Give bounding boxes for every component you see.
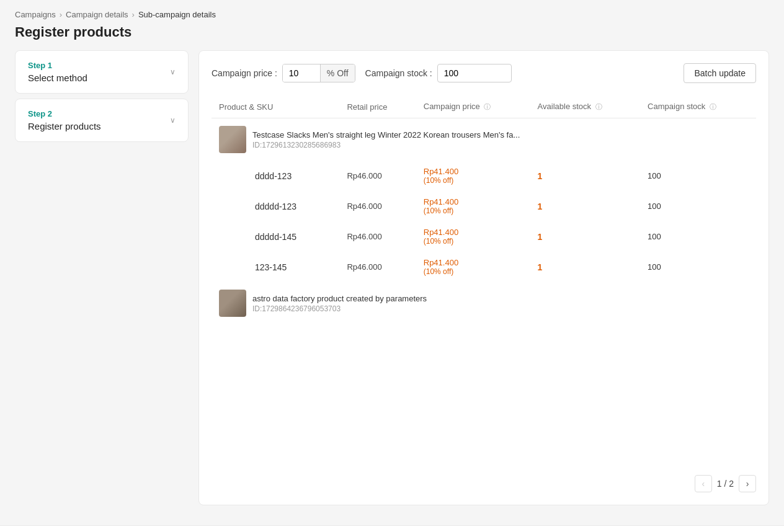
campaign-price-value: Rp41.400 <box>424 228 523 237</box>
sku-cell: 123-145 <box>212 252 339 282</box>
product-name: astro data factory product created by pa… <box>252 294 427 303</box>
breadcrumb-current: Sub-campaign details <box>138 10 216 19</box>
available-stock-value: 1 <box>538 262 543 272</box>
step1-chevron-icon: ∨ <box>170 68 176 76</box>
campaign-stock-cell: 100 <box>640 252 756 282</box>
product-info: astro data factory product created by pa… <box>219 290 749 317</box>
col-available-stock: Available stock ⓘ <box>530 95 641 118</box>
page-title: Register products <box>0 22 784 50</box>
campaign-stock-cell: 100 <box>640 191 756 221</box>
campaign-stock-help-icon: ⓘ <box>710 103 716 110</box>
sku-cell: ddddd-123 <box>212 191 339 221</box>
step2-chevron-icon: ∨ <box>170 116 176 125</box>
table-row: astro data factory product created by pa… <box>212 282 756 324</box>
step2-label: Step 2 <box>28 109 101 118</box>
list-item: ddddd-145 Rp46.000 Rp41.400 (10% off) 1 … <box>212 221 756 252</box>
main-content: Campaign price : % Off Campaign stock : … <box>198 50 769 505</box>
batch-update-button[interactable]: Batch update <box>684 63 756 83</box>
col-campaign-stock: Campaign stock ⓘ <box>640 95 756 118</box>
available-stock-value: 1 <box>538 232 543 242</box>
off-label: (10% off) <box>424 206 523 215</box>
list-item: 123-145 Rp46.000 Rp41.400 (10% off) 1 10… <box>212 252 756 282</box>
campaign-price-help-icon: ⓘ <box>484 103 491 110</box>
campaign-price-label: Campaign price : <box>212 68 277 78</box>
step1-label: Step 1 <box>28 61 87 70</box>
campaign-stock-label: Campaign stock : <box>365 68 432 78</box>
campaign-stock-group: Campaign stock : <box>365 64 512 82</box>
available-stock-cell: 1 <box>530 221 641 252</box>
campaign-stock-input[interactable] <box>437 64 512 82</box>
available-stock-cell: 1 <box>530 191 641 221</box>
sku-value: dddd-123 <box>255 171 292 181</box>
breadcrumb-campaigns[interactable]: Campaigns <box>15 10 56 19</box>
campaign-price-cell: Rp41.400 (10% off) <box>416 191 530 221</box>
campaign-price-value: Rp41.400 <box>424 197 523 206</box>
campaign-price-cell: Rp41.400 (10% off) <box>416 252 530 282</box>
available-stock-help-icon: ⓘ <box>595 103 602 110</box>
sku-value: ddddd-145 <box>255 232 296 242</box>
next-page-button[interactable]: › <box>739 475 756 492</box>
step1-card[interactable]: Step 1 Select method ∨ <box>15 50 189 94</box>
campaign-price-cell: Rp41.400 (10% off) <box>416 221 530 252</box>
campaign-price-value: Rp41.400 <box>424 258 523 267</box>
sku-cell: dddd-123 <box>212 161 339 191</box>
campaign-stock-cell: 100 <box>640 221 756 252</box>
sku-cell: ddddd-145 <box>212 221 339 252</box>
sidebar: Step 1 Select method ∨ Step 2 Register p… <box>15 50 189 505</box>
pagination-info: 1 / 2 <box>717 479 734 489</box>
retail-price-cell: Rp46.000 <box>339 191 416 221</box>
available-stock-value: 1 <box>538 202 543 211</box>
campaign-price-cell: Rp41.400 (10% off) <box>416 161 530 191</box>
campaign-price-input-wrapper: % Off <box>282 64 355 82</box>
breadcrumb: Campaigns › Campaign details › Sub-campa… <box>0 0 784 22</box>
step2-card[interactable]: Step 2 Register products ∨ <box>15 99 189 142</box>
available-stock-value: 1 <box>538 171 543 181</box>
product-thumbnail <box>219 126 246 153</box>
breadcrumb-campaign-details[interactable]: Campaign details <box>66 10 128 19</box>
product-thumbnail <box>219 290 246 317</box>
product-info: Testcase Slacks Men's straight leg Winte… <box>219 126 749 153</box>
campaign-price-value: Rp41.400 <box>424 167 523 176</box>
table-row: Testcase Slacks Men's straight leg Winte… <box>212 118 756 161</box>
col-product-sku: Product & SKU <box>212 95 339 118</box>
retail-price-cell: Rp46.000 <box>339 221 416 252</box>
list-item: ddddd-123 Rp46.000 Rp41.400 (10% off) 1 … <box>212 191 756 221</box>
campaign-stock-cell: 100 <box>640 161 756 191</box>
list-item: dddd-123 Rp46.000 Rp41.400 (10% off) 1 1… <box>212 161 756 191</box>
campaign-price-suffix: % Off <box>320 64 355 82</box>
campaign-price-input[interactable] <box>283 64 320 82</box>
retail-price-cell: Rp46.000 <box>339 252 416 282</box>
prev-page-button[interactable]: ‹ <box>695 475 712 492</box>
available-stock-cell: 1 <box>530 252 641 282</box>
campaign-price-group: Campaign price : % Off <box>212 64 355 82</box>
off-label: (10% off) <box>424 267 523 276</box>
available-stock-cell: 1 <box>530 161 641 191</box>
off-label: (10% off) <box>424 176 523 185</box>
step1-title: Select method <box>28 73 87 83</box>
step2-title: Register products <box>28 121 101 131</box>
footer: ‹ Back Discard Submit <box>0 525 784 532</box>
pagination: ‹ 1 / 2 › <box>212 475 756 492</box>
off-label: (10% off) <box>424 237 523 246</box>
sku-value: ddddd-123 <box>255 202 296 211</box>
product-name: Testcase Slacks Men's straight leg Winte… <box>252 130 520 140</box>
products-table-container: Product & SKU Retail price Campaign pric… <box>212 95 756 463</box>
top-bar: Campaign price : % Off Campaign stock : … <box>212 63 756 83</box>
col-retail-price: Retail price <box>339 95 416 118</box>
product-id: ID:1729613230285686983 <box>252 141 520 149</box>
retail-price-cell: Rp46.000 <box>339 161 416 191</box>
main-layout: Step 1 Select method ∨ Step 2 Register p… <box>0 50 784 520</box>
col-campaign-price: Campaign price ⓘ <box>416 95 530 118</box>
sku-value: 123-145 <box>255 262 287 272</box>
products-table: Product & SKU Retail price Campaign pric… <box>212 95 756 324</box>
product-id: ID:1729864236796053703 <box>252 304 427 313</box>
